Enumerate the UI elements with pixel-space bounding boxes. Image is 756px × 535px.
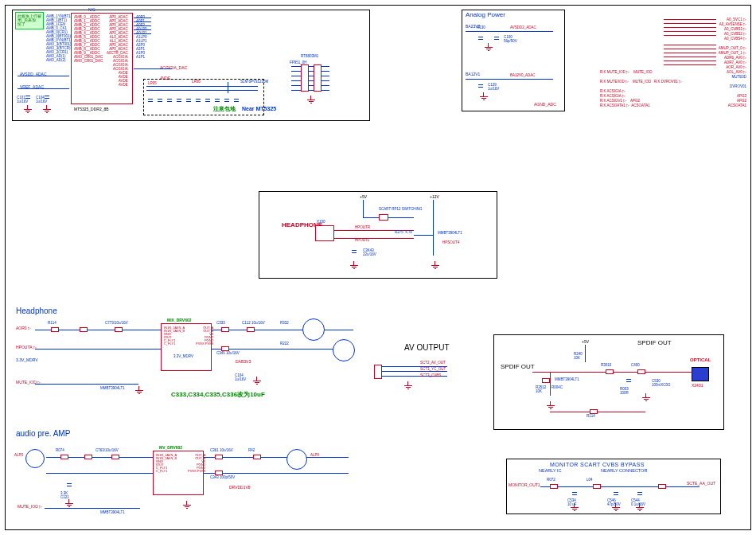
hpsout4: HPSOUT4 xyxy=(442,241,459,245)
nc-label: N/C xyxy=(88,8,95,12)
chip-ref: MT5325_DDR2_8B xyxy=(74,107,109,111)
net-avsdd: AVSDD2_ADAC xyxy=(510,26,536,30)
r003: R003100R xyxy=(620,388,629,395)
scart-title1: MONITOR SCART CVBS BYPASS xyxy=(550,462,645,467)
l04: L04 xyxy=(586,478,593,482)
alp0: ALP0 xyxy=(14,454,23,458)
r114: R114 xyxy=(48,322,57,326)
optical-tx xyxy=(692,367,709,381)
c3k43: C3K4322u/16V xyxy=(363,249,376,256)
green-note-box: 此板块上行被用, 后来加留了 xyxy=(15,12,44,29)
scart-out: SCTE_AA_OUT xyxy=(687,482,715,486)
filter-top-label: RT8803M1 xyxy=(301,55,318,59)
c530: C530100n/XC0G xyxy=(652,380,671,387)
mv-pins-l: IN1R_1A/IN_AIN1R_1A/IN_BGNDIOUTC_FLY1C_F… xyxy=(156,454,177,473)
caps-ba23: C10056p/50V xyxy=(504,36,517,43)
c546: C54647p/50V xyxy=(607,499,621,506)
near-mt5325-note-cn: 注意包地 xyxy=(213,106,236,111)
r004c: R004C xyxy=(551,386,563,390)
scart-in: MONITOR_OUT1 xyxy=(509,483,540,487)
hp-jack-ref: X100 xyxy=(317,221,325,225)
drv-pins-l: IN1R_1A/IN_AIN1R_1A/IN_BGNDIOUTC_FLY1C_F… xyxy=(164,326,185,346)
top-left-main-block: 此板块上行被用, 后来加留了 AMB_1YN(BT1) AMB_1(BT1) A… xyxy=(12,10,370,121)
drv-33v: 3.3V_MDRV xyxy=(173,355,193,359)
c763: C763/10u/16V xyxy=(95,449,119,453)
mmbt-label1: MMBT3904LT1 xyxy=(438,232,462,236)
scart-title2a: NEARLY IC xyxy=(539,469,562,474)
r3512: R351210K xyxy=(536,386,546,393)
spdif-title-left: SPDIF OUT xyxy=(501,364,535,370)
analog-power-block: Analog Power BA23V3 R130 AVSDD2_ADAC C10… xyxy=(462,10,565,111)
drv602-ref: MIX_DRV602 xyxy=(167,318,191,322)
hp-rail-5v: +5V xyxy=(360,195,367,199)
c343: C343 100p/50V xyxy=(210,476,235,480)
r072: R072 xyxy=(547,478,555,482)
hpoutl: HPOUTL xyxy=(355,239,369,243)
r332: R332 xyxy=(280,322,289,326)
r114b: R114 xyxy=(586,415,595,419)
r3010: R3010 xyxy=(601,364,611,368)
av-n2: SCT3_YC_OUT xyxy=(420,368,446,372)
hpoutr: HPOUTR xyxy=(355,226,370,230)
mmbt-mute: MMBT3904LT1 xyxy=(100,387,125,391)
c-pre-a: 3.3KC121 xyxy=(60,492,69,499)
alp0-out: ALP0 xyxy=(310,454,319,458)
ba12v1-label: BA12V1 xyxy=(466,72,480,76)
chip-left-pin-block: AMB_1YN(BT1) AMB_1(BT1) AMB_1CEN AMB_0_C… xyxy=(46,14,72,62)
headphone-small-block: HEADPHONE +5V +12V X100 HPOUTR HPOUTL SC… xyxy=(259,191,497,279)
av-n1: SCT2_AV_OUT xyxy=(420,361,446,365)
spdif-rail5v: +5V xyxy=(582,340,589,344)
analog-power-title: Analog Power xyxy=(466,12,505,18)
cap-c129: C1291u/16V xyxy=(488,84,499,91)
c534: C53410 uF xyxy=(567,499,577,506)
near-mt5325-note-en: Near MT5325 xyxy=(242,106,276,111)
c334: C345 10u/16V xyxy=(216,352,240,356)
drv-pins-r: OUT_AOUT_BVSPGNDPGNDPVSS PVSS xyxy=(196,326,213,346)
c112: C112 10u/16V xyxy=(242,322,265,326)
hp-rail-12v: +12V xyxy=(430,195,439,199)
c544: C5440.1u/16V xyxy=(631,499,645,506)
headphone-big-title: Headphone xyxy=(16,307,57,315)
hp-in-hpout: HPOUTA ▷ xyxy=(16,346,37,350)
c333: C333 xyxy=(216,322,225,326)
av-output-title: AV OUTPUT xyxy=(404,344,449,352)
c361: C361 10u/16V xyxy=(210,449,233,453)
mmbt-pre: MMBT3904LT1 xyxy=(100,511,125,515)
c773: C773/10u/16V xyxy=(105,322,128,326)
hp-in-aon: AOR0 ▷ xyxy=(16,326,31,330)
mv-pins-r: OUT_AOUT_BVSPGNDPGNDPVSS PVSS xyxy=(188,454,205,473)
audio-pre-amp-title: audio pre. AMP xyxy=(16,430,70,438)
c104b: C1041u/16V xyxy=(235,374,246,381)
net-ba12: BA12V0_ADAC xyxy=(510,74,536,78)
mv-drv602-ref: MV_DRV602 xyxy=(159,446,182,450)
spdif-block: SPDIF OUT SPDIF OUT OPTICAL +5V R24010K … xyxy=(493,334,724,430)
optical-label: OPTICAL xyxy=(690,357,711,362)
r42: R42 xyxy=(248,449,255,453)
headphone-big-block: Headphone AOR0 ▷ HPOUTA ▷ 3.3V_MDRV MUTE… xyxy=(16,307,366,403)
green-note-text: 此板块上行被用, 后来加留了 xyxy=(18,14,41,26)
dab3v3: DAB3V3 xyxy=(236,360,251,364)
agnd-adc: AGND_ADC xyxy=(534,103,556,107)
r-ba23-1: R130 xyxy=(477,26,485,30)
pre-mute: MUTE_IOD ▷ xyxy=(18,505,42,509)
right-net-block: A0_SVC1 ▷A0_AVSENSE ▷A0_CVBS3 ▷A0_CVBS2 … xyxy=(619,18,746,129)
hp-in-33v: 3.3V_MDRV xyxy=(16,358,38,362)
r222: R222 xyxy=(280,342,289,346)
scart-title2b: NEARLY CONNECTOR xyxy=(601,469,647,474)
c400: C400 xyxy=(631,364,640,368)
sram-label: SLM 6PV31210M xyxy=(240,80,268,84)
optical-ref: X2401 xyxy=(692,383,703,388)
chip-left-internal-block: AMB_0__ADDC AMB_1__ADDC AMB_2__ADDC AMB_… xyxy=(74,15,103,63)
drvdd18: DRVDD1V8 xyxy=(229,486,251,490)
r074: R074 xyxy=(56,449,64,453)
spdif-mmbt: MMBT3904LT1 xyxy=(555,378,579,382)
c-mod-note: C333,C334,C335,C336改为10uF xyxy=(171,392,265,398)
chip-right-internal-block: AP0_ADAC AP0_ADAC AP0_ADAC AP0_ADAC AP0_… xyxy=(107,15,128,87)
r-spd-top: R24010K xyxy=(574,353,583,360)
scart-sw-label: SCART RP12 SWITCHING xyxy=(379,208,423,212)
scart-bypass-block: MONITOR SCART CVBS BYPASS NEARLY IC NEAR… xyxy=(506,459,721,514)
av-n3: SCT3_CVBS xyxy=(420,374,441,378)
r275: R275 4.7k xyxy=(395,231,412,235)
spdif-title-right: SPDIF OUT xyxy=(637,340,672,346)
lr06-label: LR06 xyxy=(192,80,201,84)
